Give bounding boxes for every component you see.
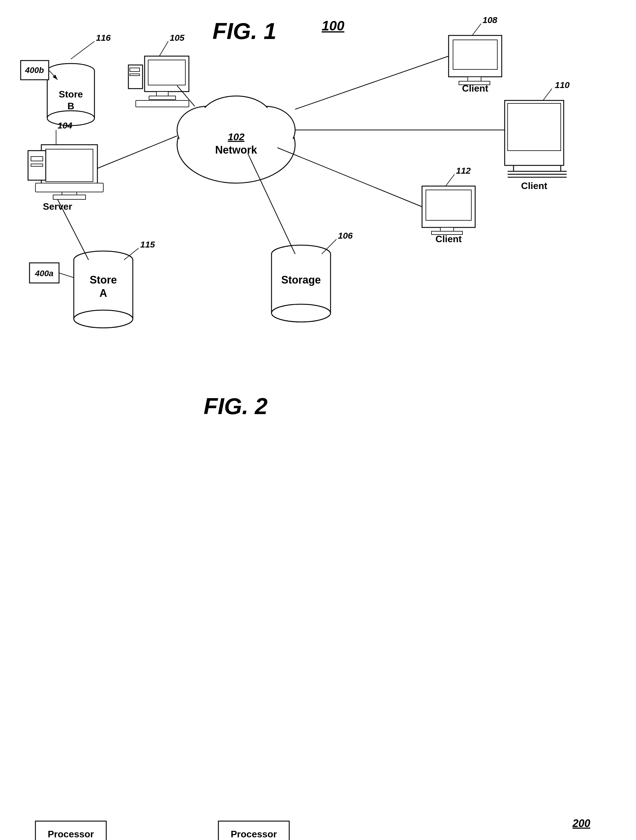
svg-text:Processor: Processor [231, 829, 277, 839]
svg-rect-18 [31, 164, 43, 166]
svg-text:104: 104 [58, 120, 72, 130]
svg-rect-59 [508, 103, 561, 151]
svg-rect-13 [46, 149, 93, 182]
svg-line-7 [71, 41, 94, 59]
svg-line-86 [59, 273, 74, 278]
fig1-svg: Store B 116 400b [12, 12, 624, 411]
svg-rect-52 [453, 40, 497, 69]
svg-text:Store: Store [90, 274, 117, 286]
svg-text:Processor: Processor [48, 829, 94, 839]
svg-rect-24 [148, 60, 185, 85]
svg-text:106: 106 [338, 231, 353, 240]
svg-text:200: 200 [572, 817, 590, 829]
svg-line-72 [446, 174, 455, 186]
svg-text:Store: Store [59, 89, 83, 99]
svg-text:400a: 400a [35, 269, 54, 278]
svg-text:A: A [99, 287, 107, 299]
svg-text:Client: Client [462, 83, 488, 94]
svg-text:Client: Client [436, 234, 462, 244]
svg-text:108: 108 [483, 15, 497, 25]
svg-text:Network: Network [215, 144, 257, 156]
svg-line-93 [58, 199, 88, 260]
fig2-title-label: FIG. 2 [204, 393, 268, 420]
svg-rect-29 [130, 74, 140, 76]
svg-text:400b: 400b [25, 66, 44, 75]
svg-text:Server: Server [43, 201, 72, 212]
svg-text:112: 112 [456, 166, 471, 175]
page: FIG. 1 100 Store B 116 400b [0, 0, 636, 840]
svg-text:116: 116 [96, 33, 111, 43]
svg-rect-28 [130, 68, 140, 71]
fig2-svg: 200 Processor 202 Processor 204 System B… [12, 812, 624, 840]
svg-line-91 [277, 148, 422, 207]
svg-rect-17 [31, 156, 43, 161]
svg-text:105: 105 [170, 33, 185, 43]
svg-text:B: B [67, 101, 74, 111]
svg-text:Storage: Storage [281, 274, 321, 286]
svg-point-47 [272, 304, 331, 322]
fig2-area: 200 Processor 202 Processor 204 System B… [12, 812, 624, 840]
svg-line-55 [472, 24, 481, 35]
svg-rect-30 [136, 100, 189, 107]
svg-line-65 [543, 88, 552, 100]
svg-rect-25 [156, 92, 168, 96]
svg-rect-26 [149, 96, 176, 99]
svg-rect-15 [53, 195, 86, 199]
svg-text:Client: Client [521, 180, 548, 191]
svg-text:115: 115 [140, 240, 155, 249]
svg-rect-69 [426, 190, 471, 220]
svg-text:110: 110 [555, 80, 570, 90]
svg-point-79 [74, 310, 133, 328]
svg-rect-19 [35, 183, 103, 192]
svg-text:102: 102 [228, 131, 245, 142]
svg-rect-53 [468, 77, 481, 81]
svg-line-87 [98, 136, 177, 168]
svg-line-31 [159, 41, 168, 56]
svg-rect-70 [440, 227, 453, 231]
svg-line-89 [295, 56, 449, 109]
fig1-area: FIG. 1 100 Store B 116 400b [12, 12, 624, 411]
